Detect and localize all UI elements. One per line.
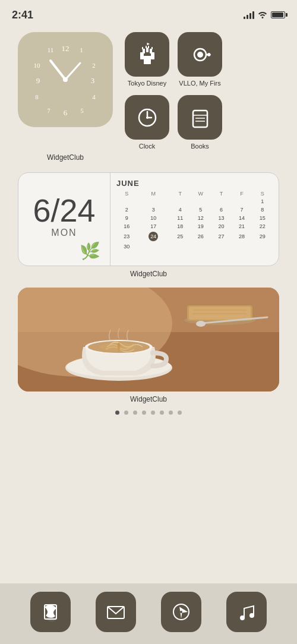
cal-day-cell	[137, 197, 170, 206]
svg-marker-26	[147, 43, 150, 45]
cal-day-cell: 16	[116, 222, 137, 231]
page-dot-4	[151, 411, 155, 415]
battery-icon	[271, 11, 285, 18]
photo-widget[interactable]	[18, 288, 279, 392]
cal-th-w: W	[191, 190, 211, 197]
svg-text:8: 8	[35, 93, 39, 100]
cal-day-cell	[211, 242, 232, 251]
app-label-vllo: VLLO, My Firs	[179, 80, 220, 87]
dock-icon-mail[interactable]	[96, 592, 136, 632]
calendar-day: MON	[51, 228, 77, 238]
cal-day-cell: 7	[232, 206, 252, 214]
photo-widget-inner	[18, 288, 279, 392]
dock-icon-phone[interactable]	[30, 592, 71, 632]
svg-point-28	[197, 52, 203, 58]
cal-day-cell	[191, 197, 211, 206]
svg-rect-22	[151, 47, 153, 49]
cal-th-t2: T	[211, 190, 232, 197]
app-icon-clock[interactable]	[125, 95, 169, 140]
signal-icon	[244, 11, 254, 19]
cal-day-cell: 26	[191, 231, 211, 242]
cal-day-cell	[232, 197, 252, 206]
cal-day-cell: 2	[116, 206, 137, 214]
cal-day-cell	[116, 197, 137, 206]
app-icon-wrapper-disney: Tokyo Disney	[125, 32, 169, 87]
calendar-date: 6/24	[33, 194, 95, 226]
cal-day-cell: 12	[191, 214, 211, 222]
app-icons-col: Tokyo Disney VLLO, My Firs	[125, 32, 279, 150]
svg-text:1: 1	[80, 46, 83, 53]
svg-text:10: 10	[34, 62, 41, 69]
svg-rect-33	[193, 111, 207, 127]
svg-text:2: 2	[92, 62, 96, 69]
cal-day-cell: 8	[252, 206, 273, 214]
cal-day-cell	[170, 242, 191, 251]
cal-th-s2: S	[252, 190, 273, 197]
cal-day-cell	[191, 242, 211, 251]
cal-day-cell: 6	[211, 206, 232, 214]
cal-th-s: S	[116, 190, 137, 197]
svg-point-14	[63, 77, 68, 82]
svg-rect-47	[189, 307, 251, 320]
page-dot-6	[169, 411, 173, 415]
svg-point-32	[146, 116, 148, 119]
dock-icon-safari[interactable]	[161, 592, 201, 632]
svg-point-57	[249, 613, 254, 618]
cal-day-cell: 3	[137, 206, 170, 214]
clock-widget-label: WidgetClub	[18, 153, 113, 162]
calendar-grid: S M T W T F S 12345678910111213141516171…	[116, 190, 273, 251]
app-icons-row2: Clock Books	[125, 95, 279, 150]
svg-point-51	[196, 321, 206, 327]
wifi-icon	[258, 10, 267, 20]
status-icons	[244, 10, 285, 20]
svg-line-12	[50, 61, 65, 80]
cal-day-cell: 23	[116, 231, 137, 242]
svg-text:3: 3	[91, 76, 95, 85]
cal-day-cell	[170, 197, 191, 206]
svg-rect-19	[150, 49, 152, 53]
svg-text:9: 9	[36, 76, 40, 85]
cal-th-t: T	[170, 190, 191, 197]
cal-day-cell: 5	[191, 206, 211, 214]
status-time: 2:41	[12, 9, 33, 21]
page-dot-5	[160, 411, 164, 415]
cal-day-cell	[232, 242, 252, 251]
app-label-disney: Tokyo Disney	[128, 80, 166, 87]
app-icon-books[interactable]	[178, 95, 222, 140]
status-bar: 2:41	[0, 0, 297, 26]
widget-label-row: WidgetClub	[0, 150, 297, 162]
page-dot-1	[124, 411, 128, 415]
cal-day-cell: 29	[252, 231, 273, 242]
app-icon-wrapper-books: Books	[178, 95, 222, 150]
leaf-decoration: 🌿	[80, 241, 100, 261]
cal-day-cell: 11	[170, 214, 191, 222]
page-dot-7	[178, 411, 182, 415]
svg-line-13	[65, 63, 80, 80]
dock-icon-music[interactable]	[226, 592, 267, 632]
clock-widget[interactable]: 12 3 6 9 11 1 2 4 5 7 8 10	[18, 32, 113, 127]
svg-text:5: 5	[80, 107, 84, 114]
cal-day-cell: 24	[137, 231, 170, 242]
app-icon-disney[interactable]	[125, 32, 169, 77]
svg-text:12: 12	[62, 44, 69, 53]
calendar-widget-label: WidgetClub	[0, 270, 297, 278]
cal-day-cell: 20	[211, 222, 232, 231]
svg-point-55	[180, 611, 182, 613]
app-icon-vllo[interactable]	[178, 32, 222, 77]
calendar-widget[interactable]: 6/24 MON 🌿 JUNE S M T W T F S	[18, 172, 279, 266]
svg-rect-21	[142, 47, 143, 49]
page-dots	[0, 411, 297, 415]
cal-day-cell: 17	[137, 222, 170, 231]
cal-day-cell: 15	[252, 214, 273, 222]
page-dot-3	[142, 411, 146, 415]
page-dot-2	[133, 411, 137, 415]
cal-day-cell	[211, 197, 232, 206]
dock	[0, 583, 297, 644]
svg-text:7: 7	[47, 107, 50, 114]
calendar-month: JUNE	[116, 179, 273, 188]
cal-day-cell: 4	[170, 206, 191, 214]
app-label-clock: Clock	[139, 143, 156, 150]
svg-text:4: 4	[92, 93, 96, 100]
app-icon-wrapper-vllo: VLLO, My Firs	[178, 32, 222, 87]
cal-day-cell: 25	[170, 231, 191, 242]
